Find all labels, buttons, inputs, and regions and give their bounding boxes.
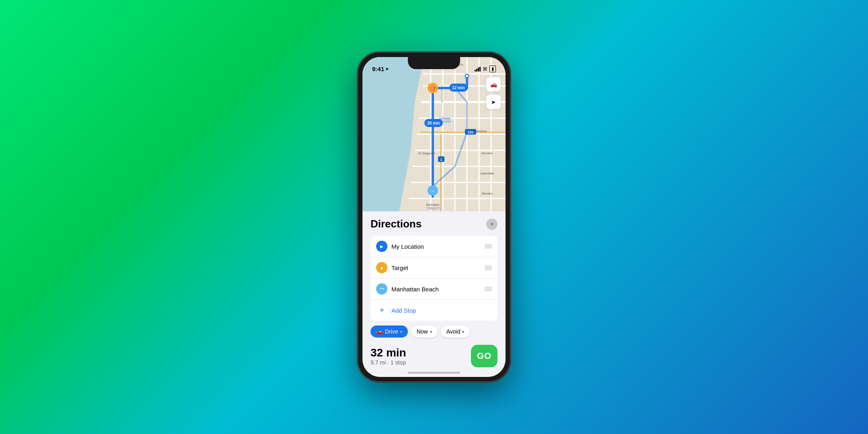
location-arrow-icon: ➤ (385, 67, 389, 71)
drive-chevron-icon: ▾ (400, 330, 402, 334)
home-indicator (408, 372, 460, 374)
my-location-label: My Location (391, 243, 481, 250)
directions-panel: Directions × ► My Location (362, 211, 506, 377)
svg-text:Hawthorne: Hawthorne (471, 129, 487, 133)
phone-notch (408, 57, 460, 69)
waypoint-target[interactable]: ● Target (371, 257, 497, 278)
signal-bar-3 (478, 68, 479, 72)
status-icons: ⌘ ▮ (475, 66, 496, 72)
location-button[interactable]: ➤ (486, 95, 501, 109)
wifi-icon: ⌘ (483, 66, 487, 72)
car-view-button[interactable]: 🚗 (486, 77, 501, 92)
car-icon: 🚗 (376, 328, 383, 335)
add-stop-label: Add Stop (391, 307, 492, 314)
signal-bar-4 (479, 67, 481, 72)
svg-point-40 (466, 75, 468, 77)
manhattan-beach-handle[interactable] (485, 287, 492, 291)
svg-text:AVIATION BLVD: AVIATION BLVD (441, 85, 443, 103)
time-display: 9:41 (372, 66, 384, 72)
svg-text:El Segundo: El Segundo (418, 151, 435, 155)
map-controls: 🚗 ➤ (486, 77, 501, 109)
target-handle[interactable] (485, 266, 492, 270)
summary-time: 32 min (371, 346, 406, 359)
close-icon: × (490, 221, 493, 227)
map-area: 105 1 WESTCHESTER El Segundo Hawthorne D… (362, 57, 506, 211)
panel-header: Directions × (371, 218, 497, 230)
summary-detail: 9.7 mi · 1 stop (371, 359, 406, 366)
svg-text:🎯: 🎯 (430, 86, 436, 91)
svg-text:〜: 〜 (431, 189, 435, 193)
phone-screen: 9:41 ➤ ⌘ ▮ (362, 57, 506, 377)
phone-device: 9:41 ➤ ⌘ ▮ (358, 52, 510, 382)
target-icon: ● (376, 262, 387, 273)
manhattan-beach-icon: 〜 (376, 283, 387, 295)
directions-title: Directions (371, 218, 422, 230)
map-svg: 105 1 WESTCHESTER El Segundo Hawthorne D… (362, 57, 506, 211)
add-stop-item[interactable]: + Add Stop (371, 300, 497, 321)
go-button[interactable]: GO (471, 345, 497, 367)
svg-text:Manhattan: Manhattan (426, 203, 439, 206)
transport-row: 🚗 Drive ▾ Now ▾ Avoid ▾ (371, 326, 497, 338)
waypoint-my-location[interactable]: ► My Location (371, 236, 497, 257)
close-button[interactable]: × (486, 219, 497, 230)
target-label: Target (391, 264, 481, 271)
summary-info: 32 min 9.7 mi · 1 stop (371, 346, 406, 366)
signal-bars (475, 67, 481, 72)
avoid-chevron-icon: ▾ (462, 330, 464, 334)
now-label: Now (417, 328, 428, 335)
svg-text:20 min: 20 min (427, 121, 440, 125)
panel-drag-handle[interactable] (426, 207, 442, 209)
waypoint-manhattan-beach[interactable]: 〜 Manhattan Beach (371, 278, 497, 300)
svg-text:12 min: 12 min (452, 86, 465, 90)
svg-text:Alondra: Alondra (481, 192, 493, 195)
signal-bar-1 (475, 70, 476, 72)
avoid-button[interactable]: Avoid ▾ (441, 326, 470, 338)
summary-row: 32 min 9.7 mi · 1 stop GO (371, 343, 497, 369)
signal-bar-2 (476, 69, 477, 72)
svg-text:Los Angeles: Los Angeles (439, 117, 450, 120)
drive-button[interactable]: 🚗 Drive ▾ (371, 326, 408, 338)
my-location-handle[interactable] (485, 244, 492, 248)
status-time: 9:41 ➤ (372, 66, 389, 72)
svg-text:Del Aire: Del Aire (481, 151, 493, 155)
now-chevron-icon: ▾ (430, 330, 432, 334)
drive-label: Drive (385, 328, 398, 335)
avoid-label: Avoid (446, 328, 461, 335)
manhattan-beach-label: Manhattan Beach (391, 286, 481, 293)
battery-icon: ▮ (489, 66, 496, 72)
svg-text:1: 1 (440, 158, 442, 162)
svg-text:Lawndale: Lawndale (480, 172, 494, 175)
now-button[interactable]: Now ▾ (411, 326, 438, 338)
my-location-icon: ► (376, 241, 387, 252)
waypoint-list: ► My Location ● Target (371, 236, 497, 321)
add-stop-icon: + (376, 305, 387, 316)
